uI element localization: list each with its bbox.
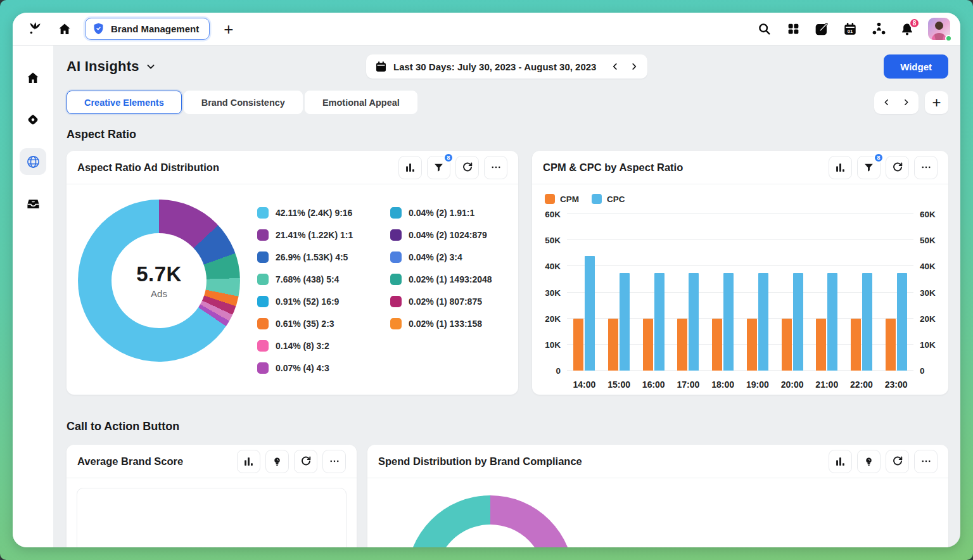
top-bar: Brand Management + 01 8 xyxy=(13,13,960,46)
compose-icon[interactable] xyxy=(814,22,829,37)
more-options-button[interactable] xyxy=(484,156,507,179)
legend-swatch xyxy=(257,296,269,307)
legend-label: 0.02% (1) 807:875 xyxy=(409,296,482,307)
card-aspect-ratio-ad-distribution: Aspect Ratio Ad Distribution 8 xyxy=(67,151,518,395)
bar-group-17:00 xyxy=(671,214,706,371)
legend-item: 0.14% (8) 3:2 xyxy=(257,334,389,357)
legend-label: 0.07% (4) 4:3 xyxy=(276,363,329,373)
insights-button[interactable] xyxy=(857,450,881,473)
search-icon[interactable] xyxy=(757,22,772,37)
donut-center-value: 5.7K xyxy=(136,262,182,286)
refresh-icon xyxy=(892,162,903,173)
home-icon[interactable] xyxy=(57,22,72,37)
legend-label: 21.41% (1.22K) 1:1 xyxy=(276,230,353,240)
sidebar-item-home[interactable] xyxy=(20,65,46,91)
tab-emotional-appeal[interactable]: Emotional Appeal xyxy=(305,91,417,114)
new-tab-plus-icon[interactable]: + xyxy=(224,21,233,37)
legend-label: 0.02% (1) 133:158 xyxy=(409,319,482,329)
cpm-cpc-plot xyxy=(567,214,913,371)
tabs-prev-icon[interactable] xyxy=(882,98,891,106)
notifications-bell-icon[interactable]: 8 xyxy=(900,22,915,37)
y-tick-left: 60K xyxy=(545,210,561,219)
legend-swatch xyxy=(257,274,269,285)
more-options-button[interactable] xyxy=(322,450,346,473)
refresh-button[interactable] xyxy=(886,156,909,179)
chart-type-button[interactable] xyxy=(829,156,852,179)
refresh-button[interactable] xyxy=(886,450,909,473)
spend-distribution-donut-chart xyxy=(407,495,574,547)
chart-type-button[interactable] xyxy=(829,450,852,473)
dashboard-title-dropdown[interactable]: AI Insights xyxy=(67,58,156,75)
cpm-bar xyxy=(677,319,687,371)
filter-button[interactable]: 8 xyxy=(857,156,881,179)
y-tick-right: 10K xyxy=(920,340,936,349)
prev-period-icon[interactable] xyxy=(611,62,620,71)
tab-brand-consistency[interactable]: Brand Consistency xyxy=(184,91,303,114)
y-tick-right: 50K xyxy=(920,236,936,245)
filter-button[interactable]: 8 xyxy=(427,156,450,179)
sidebar-item-inbox[interactable] xyxy=(20,190,46,217)
legend-label: 7.68% (438) 5:4 xyxy=(276,274,339,284)
brand-management-tab[interactable]: Brand Management xyxy=(85,18,210,40)
y-tick-left: 30K xyxy=(545,288,561,297)
cpc-bar xyxy=(689,273,699,371)
legend-swatch xyxy=(390,274,402,285)
widget-button[interactable]: Widget xyxy=(884,54,948,79)
insights-button[interactable] xyxy=(265,450,289,473)
sidebar-item-insights[interactable] xyxy=(20,148,46,175)
refresh-icon xyxy=(892,455,903,467)
legend-item: 26.9% (1.53K) 4:5 xyxy=(257,246,389,268)
filter-count-badge: 8 xyxy=(443,153,454,163)
legend-item: 0.04% (2) 3:4 xyxy=(390,246,518,268)
x-tick: 22:00 xyxy=(844,374,879,390)
y-tick-right: 0 xyxy=(920,366,925,376)
bar-group-19:00 xyxy=(741,214,775,371)
x-tick: 18:00 xyxy=(706,374,741,390)
y-tick-left: 20K xyxy=(545,314,561,323)
x-tick: 23:00 xyxy=(879,374,913,390)
chart-type-button[interactable] xyxy=(237,450,260,473)
cpc-bar xyxy=(897,273,907,371)
main-content: AI Insights Last 30 Days: July 30, 2023 … xyxy=(53,46,960,547)
date-range-selector[interactable]: Last 30 Days: July 30, 2023 - August 30,… xyxy=(366,54,647,79)
legend-swatch xyxy=(390,251,402,263)
legend-swatch xyxy=(257,229,269,241)
lightbulb-icon xyxy=(272,456,283,467)
tab-creative-elements[interactable]: Creative Elements xyxy=(67,91,182,114)
legend-label: 0.02% (1) 1493:2048 xyxy=(409,274,492,284)
add-tab-button[interactable]: + xyxy=(925,91,948,114)
x-tick: 21:00 xyxy=(810,374,844,390)
refresh-button[interactable] xyxy=(294,450,317,473)
insight-tabs: Creative Elements Brand Consistency Emot… xyxy=(67,91,948,114)
x-axis: 14:0015:0016:0017:0018:0019:0020:0021:00… xyxy=(567,371,913,390)
tabs-next-icon[interactable] xyxy=(902,98,910,106)
more-options-button[interactable] xyxy=(914,450,938,473)
legend-label: 0.04% (2) 1024:879 xyxy=(409,230,487,240)
calendar-icon[interactable]: 01 xyxy=(843,22,858,37)
next-period-icon[interactable] xyxy=(630,62,639,71)
apps-grid-icon[interactable] xyxy=(785,22,801,37)
y-axis-right: 010K20K30K40K50K60K xyxy=(913,214,943,371)
cpm-cpc-chart: 010K20K30K40K50K60K 010K20K30K40K50K60K … xyxy=(532,204,948,395)
sidebar-item-spaces[interactable] xyxy=(20,106,46,133)
cpm-bar xyxy=(608,319,618,371)
sprinklr-logo-icon[interactable] xyxy=(25,20,44,39)
aspect-ratio-donut-chart: 5.7K Ads xyxy=(78,200,240,362)
chevron-down-icon xyxy=(145,61,156,72)
cpm-bar xyxy=(782,319,792,371)
cpm-bar xyxy=(886,319,896,371)
card-spend-distribution: Spend Distribution by Brand Compliance xyxy=(367,445,948,547)
chart-type-button[interactable] xyxy=(398,156,422,179)
y-tick-left: 0 xyxy=(556,366,561,376)
more-options-button[interactable] xyxy=(914,156,938,179)
x-tick: 14:00 xyxy=(567,374,602,390)
refresh-button[interactable] xyxy=(455,156,479,179)
y-tick-right: 60K xyxy=(920,210,936,219)
user-avatar[interactable] xyxy=(928,18,950,40)
legend-label: 0.04% (2) 1.91:1 xyxy=(409,208,474,218)
bar-group-16:00 xyxy=(636,214,671,371)
calendar-icon xyxy=(375,61,387,73)
community-icon[interactable] xyxy=(871,22,886,37)
y-tick-right: 30K xyxy=(920,288,936,297)
cpc-bar xyxy=(620,273,630,371)
